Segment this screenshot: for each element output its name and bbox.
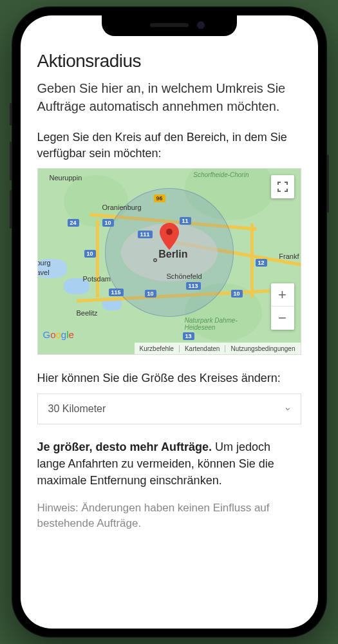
map-instruction-label: Legen Sie den Kreis auf den Bereich, in …: [37, 129, 301, 162]
map-city-oranienburg: Oranienburg: [102, 204, 142, 211]
map-zoom-out-button[interactable]: −: [271, 307, 294, 330]
map-city-branden: burg: [37, 259, 51, 267]
page-title: Aktionsradius: [37, 51, 301, 71]
radius-size-label: Hier können Sie die Größe des Kreises än…: [37, 370, 301, 386]
shield-a24: 24: [68, 219, 79, 227]
page-subtitle: Geben Sie hier an, in welchem Umkreis Si…: [37, 79, 301, 115]
radius-select-value: 30 Kilometer: [48, 403, 106, 415]
map-fullscreen-button[interactable]: [271, 175, 294, 198]
radius-select-dropdown[interactable]: 30 Kilometer ›: [37, 393, 301, 424]
shield-a12: 12: [256, 259, 267, 267]
city-dot: [153, 258, 157, 262]
phone-device-frame: Aktionsradius Geben Sie hier an, in welc…: [12, 6, 327, 638]
shield-b96: 96: [154, 194, 165, 202]
map-pin-icon[interactable]: [160, 223, 179, 252]
map-zoom-controls: + −: [271, 283, 294, 330]
map-terms-link[interactable]: Nutzungsbedingungen: [225, 345, 300, 352]
shield-a10-3: 10: [231, 290, 243, 298]
map-city-neuruppin: Neuruppin: [50, 174, 82, 182]
google-logo: Google: [43, 329, 74, 340]
app-content[interactable]: Aktionsradius Geben Sie hier an, in welc…: [21, 15, 318, 629]
phone-screen: Aktionsradius Geben Sie hier an, in welc…: [21, 15, 318, 629]
map-zoom-in-button[interactable]: +: [271, 283, 294, 307]
shield-a11: 11: [180, 217, 191, 225]
shield-a13: 13: [183, 332, 194, 340]
shield-a10-4: 10: [145, 290, 156, 298]
shield-a115: 115: [109, 289, 124, 296]
shield-a10-1: 10: [102, 219, 114, 227]
map-city-potsdam: Potsdam: [83, 275, 111, 283]
map-city-frankfurt: Frankf: [279, 252, 299, 260]
map-shortcuts-link[interactable]: Kurzbefehle: [135, 345, 179, 352]
shield-a111: 111: [138, 231, 153, 238]
explain-bold: Je größer, desto mehr Aufträge.: [37, 440, 212, 453]
map-widget[interactable]: Berlin Neuruppin Oranienburg Potsdam Sch…: [37, 168, 301, 355]
hint-text: Hinweis: Änderungen haben keinen Einflus…: [37, 500, 301, 531]
explain-text: Je größer, desto mehr Aufträge. Um jedoc…: [37, 439, 301, 489]
natural-dahme: Naturpark Dahme-Heideseen: [185, 317, 243, 331]
svg-point-0: [166, 229, 173, 235]
natural-schorfheide: Schorfheide-Chorin: [193, 171, 249, 178]
map-city-beelitz: Beelitz: [77, 309, 98, 317]
shield-a10-2: 10: [84, 250, 96, 258]
phone-notch: [102, 15, 237, 36]
map-city-schoenefeld: Schönefeld: [167, 272, 202, 280]
map-city-havel: avel: [37, 269, 50, 276]
map-data-link[interactable]: Kartendaten: [179, 345, 225, 352]
shield-a113: 113: [186, 282, 201, 290]
volume-up-button: [10, 142, 12, 180]
power-button: [327, 155, 329, 213]
mute-switch: [10, 103, 12, 126]
volume-down-button: [10, 190, 12, 229]
chevron-down-icon: ›: [283, 407, 294, 410]
map-footer-links: Kurzbefehle Kartendaten Nutzungsbedingun…: [135, 343, 301, 354]
